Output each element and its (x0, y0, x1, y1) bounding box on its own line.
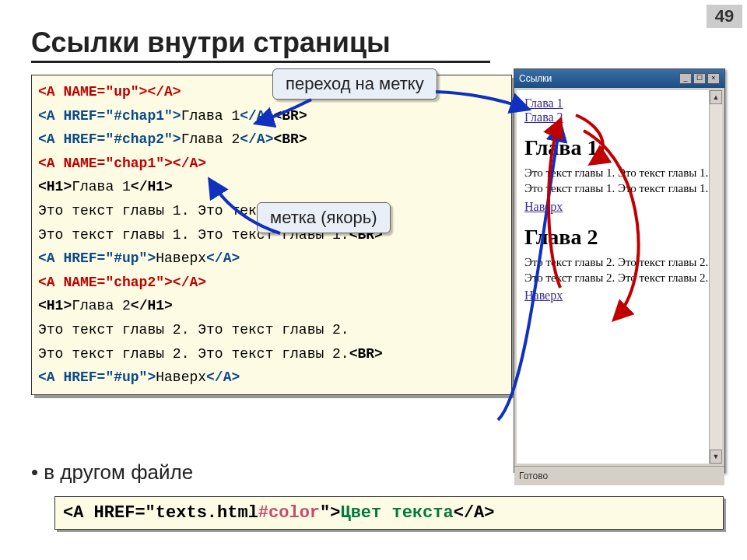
code-tag: <A HREF="#up"> (38, 250, 156, 266)
heading-chapter-2: Глава 2 (524, 225, 714, 250)
code-tag: "> (320, 503, 340, 523)
code-hash: #color (258, 503, 320, 523)
code-block-other-file: <A HREF="texts.html#color">Цвет текста</… (54, 496, 724, 530)
code-tag: <H1> (38, 298, 72, 313)
code-text: Наверх (156, 250, 206, 266)
code-tag: <A HREF="texts.html (63, 503, 258, 523)
code-tag: </A> (454, 503, 495, 523)
scrollbar[interactable]: ▲ ▼ (709, 90, 722, 464)
code-tag: </H1> (131, 298, 173, 313)
code-text: Это текст главы 2. Это текст главы 2. (38, 346, 349, 362)
code-tag: </A> (147, 84, 181, 100)
link-back-top-1[interactable]: Наверх (524, 200, 563, 213)
scroll-up-icon[interactable]: ▲ (710, 90, 722, 104)
code-text: Это текст главы 2. Это текст главы 2. (38, 322, 349, 338)
minimize-icon[interactable]: _ (679, 73, 692, 84)
bullet-other-file: в другом файле (31, 460, 193, 485)
paragraph-chapter-2: Это текст главы 2. Это текст главы 2. Эт… (524, 254, 714, 286)
paragraph-chapter-1: Это текст главы 1. Это текст главы 1. Эт… (524, 165, 714, 197)
browser-titlebar: Ссылки _ ☐ × (514, 69, 724, 88)
maximize-icon[interactable]: ☐ (693, 73, 706, 84)
code-text: Глава 1 (181, 108, 240, 124)
code-tag: </A> (206, 250, 240, 266)
code-tag: </A> (206, 369, 240, 385)
page-title: Ссылки внутри страницы (31, 26, 490, 63)
code-tag: <A NAME="up"> (38, 84, 147, 100)
code-tag: <A HREF="#up"> (38, 369, 156, 385)
code-tag: <A NAME="chap2"> (38, 275, 173, 290)
code-text: Цвет текста (340, 503, 453, 523)
code-tag: <A HREF="#chap1"> (38, 108, 181, 124)
code-block-main: <A NAME="up"></A> <A HREF="#chap1">Глава… (31, 75, 512, 395)
code-tag: </A> (240, 131, 273, 147)
code-tag: <H1> (38, 179, 72, 194)
close-icon[interactable]: × (707, 73, 720, 84)
code-tag: <BR> (349, 346, 383, 362)
browser-window: Ссылки _ ☐ × ▲ ▼ Глава 1 Глава 2 Глава 1… (514, 68, 725, 473)
callout-jump-to-anchor: переход на метку (272, 68, 437, 100)
code-tag: </A> (173, 275, 206, 290)
browser-content: ▲ ▼ Глава 1 Глава 2 Глава 1 Это текст гл… (517, 90, 722, 464)
code-tag: <A HREF="#chap2"> (38, 131, 181, 147)
browser-statusbar: Готово (514, 466, 724, 485)
scroll-down-icon[interactable]: ▼ (710, 450, 722, 464)
code-text: Глава 1 (72, 179, 131, 194)
code-tag: </H1> (131, 179, 173, 194)
callout-anchor: метка (якорь) (257, 202, 391, 233)
code-text: Наверх (156, 369, 206, 385)
heading-chapter-1: Глава 1 (524, 135, 714, 160)
code-tag: <BR> (273, 108, 307, 124)
link-chapter-1[interactable]: Глава 1 (524, 96, 563, 110)
code-text: Глава 2 (181, 131, 240, 147)
code-tag: <A NAME="chap1"> (38, 156, 173, 171)
link-chapter-2[interactable]: Глава 2 (524, 110, 563, 124)
link-back-top-2[interactable]: Наверх (524, 289, 563, 302)
slide-number: 49 (707, 5, 742, 28)
browser-title: Ссылки (519, 73, 552, 84)
code-text: Глава 2 (72, 298, 131, 313)
code-tag: <BR> (273, 131, 307, 147)
code-tag: </A> (240, 108, 273, 124)
code-tag: </A> (173, 156, 206, 171)
